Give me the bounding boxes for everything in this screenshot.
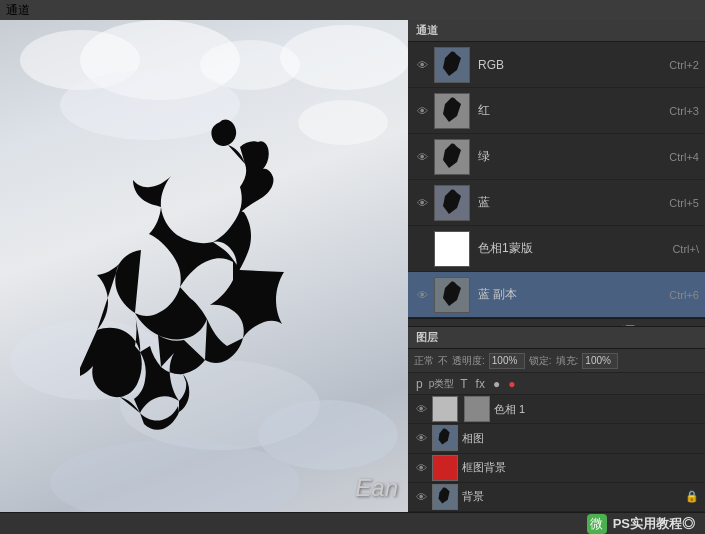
silhouette-container [80, 112, 310, 452]
channel-name-copy: 蓝 副本 [478, 286, 665, 303]
filter-icon-circle[interactable]: ● [491, 376, 502, 392]
channel-shortcut-copy: Ctrl+6 [669, 289, 699, 301]
filter-toggle[interactable]: ● [506, 376, 517, 392]
channel-item-mask[interactable]: 👁 色相1蒙版 Ctrl+\ [408, 226, 705, 272]
wechat-icon[interactable]: 微 [587, 514, 607, 534]
layer-mask-hue [464, 396, 490, 422]
layer-lock-icon: 🔒 [685, 490, 699, 503]
layer-eye-base[interactable]: 👁 [414, 490, 428, 504]
filter-label: p类型 [429, 377, 455, 391]
channel-name-red: 红 [478, 102, 665, 119]
channel-shortcut-mask: Ctrl+\ [672, 243, 699, 255]
top-bar: 通道 [0, 0, 705, 20]
opacity-input[interactable] [489, 353, 525, 369]
blend-mode-label: 正常 [414, 354, 434, 368]
channels-panel: 通道 👁 RGB Ctrl+2 👁 红 Ctrl+3 [408, 20, 705, 327]
lock-label: 锁定: [529, 354, 552, 368]
channel-item-copy[interactable]: 👁 蓝 副本 Ctrl+6 [408, 272, 705, 318]
channels-header: 通道 [408, 20, 705, 42]
layer-name-hue: 色相 1 [494, 402, 699, 417]
channel-eye-red[interactable]: 👁 [414, 103, 430, 119]
layer-eye-bg[interactable]: 👁 [414, 461, 428, 475]
layers-filter-row: p p类型 T fx ● ● [408, 373, 705, 395]
layers-tab[interactable]: 图层 [416, 330, 438, 345]
layer-item-base[interactable]: 👁 背景 🔒 [408, 483, 705, 512]
brand-text: PS实用教程◎ [613, 515, 695, 533]
channels-title: 通道 [416, 23, 438, 38]
channel-name-mask: 色相1蒙版 [478, 240, 668, 257]
channel-name-green: 绿 [478, 148, 665, 165]
bottom-right: 微 PS实用教程◎ [587, 514, 695, 534]
layers-toolbar: 正常 不 透明度: 锁定: 填充: [408, 349, 705, 373]
channel-eye-copy[interactable]: 👁 [414, 287, 430, 303]
channel-thumb-red [434, 93, 470, 129]
channel-shortcut-rgb: Ctrl+2 [669, 59, 699, 71]
layer-thumb-hue-main [432, 396, 458, 422]
layer-eye-hue[interactable]: 👁 [414, 402, 428, 416]
layer-item-bg[interactable]: 👁 框图背景 [408, 454, 705, 483]
layer-name-base: 背景 [462, 489, 681, 504]
blend-separator: 不 [438, 354, 448, 368]
channel-shortcut-red: Ctrl+3 [669, 105, 699, 117]
right-panel: 通道 👁 RGB Ctrl+2 👁 红 Ctrl+3 [408, 20, 705, 512]
channel-item-rgb[interactable]: 👁 RGB Ctrl+2 [408, 42, 705, 88]
filter-icon-T[interactable]: T [458, 376, 469, 392]
channel-eye-mask[interactable]: 👁 [414, 241, 430, 257]
filter-icon-fx[interactable]: fx [474, 376, 487, 392]
top-bar-title: 通道 [6, 2, 30, 19]
canvas-area: Ean [0, 20, 408, 512]
channel-thumb-green [434, 139, 470, 175]
layers-header: 图层 [408, 327, 705, 349]
layer-item-photo[interactable]: 👁 相图 [408, 424, 705, 453]
channel-eye-blue[interactable]: 👁 [414, 195, 430, 211]
channel-item-blue[interactable]: 👁 蓝 Ctrl+5 [408, 180, 705, 226]
channel-item-red[interactable]: 👁 红 Ctrl+3 [408, 88, 705, 134]
layer-thumb-bg-main [432, 455, 458, 481]
layer-name-photo: 相图 [462, 431, 699, 446]
fill-input[interactable] [582, 353, 618, 369]
channel-thumb-blue [434, 185, 470, 221]
channel-eye-green[interactable]: 👁 [414, 149, 430, 165]
wechat-symbol: 微 [590, 515, 603, 533]
channel-item-green[interactable]: 👁 绿 Ctrl+4 [408, 134, 705, 180]
channel-shortcut-blue: Ctrl+5 [669, 197, 699, 209]
channel-shortcut-green: Ctrl+4 [669, 151, 699, 163]
channel-name-blue: 蓝 [478, 194, 665, 211]
channel-eye-rgb[interactable]: 👁 [414, 57, 430, 73]
channels-icons-bar: ◌ 💾 ＋ 🗑 [408, 318, 705, 327]
channel-thumb-rgb [434, 47, 470, 83]
layer-item-hue[interactable]: 👁 色相 1 [408, 395, 705, 424]
svg-rect-5 [433, 397, 457, 421]
filter-type-icon[interactable]: p [414, 376, 425, 392]
layer-eye-photo[interactable]: 👁 [414, 431, 428, 445]
ean-overlay: Ean [355, 474, 398, 502]
layer-thumb-base-main [432, 484, 458, 510]
layers-panel: 图层 正常 不 透明度: 锁定: 填充: p p类型 T fx ● ● [408, 327, 705, 512]
channel-thumb-mask [434, 231, 470, 267]
layer-thumb-photo-main [432, 425, 458, 451]
bottom-bar: 微 PS实用教程◎ [0, 512, 705, 534]
fill-label: 填充: [556, 354, 579, 368]
opacity-label: 透明度: [452, 354, 485, 368]
main-area: Ean 通道 👁 RGB Ctrl+2 👁 [0, 20, 705, 512]
channel-name-rgb: RGB [478, 58, 665, 72]
channel-thumb-copy [434, 277, 470, 313]
layer-name-bg: 框图背景 [462, 460, 699, 475]
